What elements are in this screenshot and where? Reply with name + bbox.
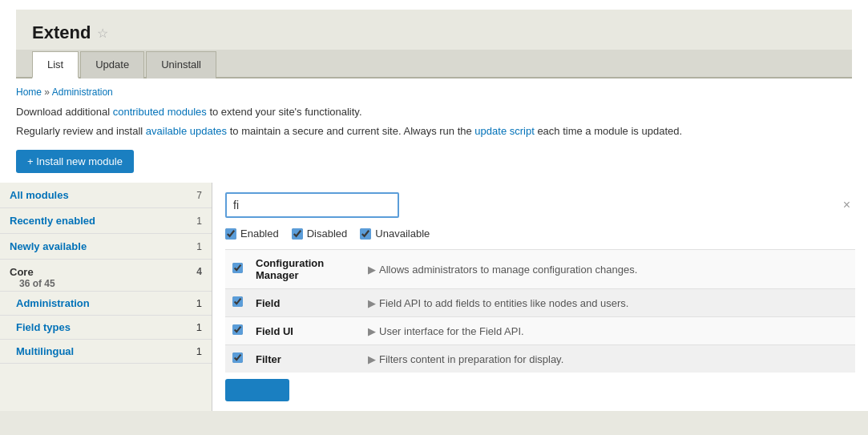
sidebar-all-modules-count: 7 xyxy=(196,190,202,201)
sidebar-core-header[interactable]: Core 36 of 45 4 xyxy=(0,260,212,292)
sidebar-administration-label[interactable]: Administration xyxy=(16,297,90,309)
module-checkbox[interactable] xyxy=(232,263,243,273)
sidebar-newly-available-count: 1 xyxy=(196,241,202,252)
sidebar-administration-count: 1 xyxy=(196,297,202,309)
breadcrumb-separator: » xyxy=(42,87,52,98)
contributed-modules-link[interactable]: contributed modules xyxy=(113,106,207,118)
module-checkbox[interactable] xyxy=(232,296,243,307)
page-title-bar: Extend ☆ xyxy=(16,10,852,50)
filter-disabled-label: Disabled xyxy=(307,228,348,240)
sidebar-core-sub: 36 of 45 xyxy=(10,278,55,289)
sidebar-core-count: 4 xyxy=(196,266,202,277)
filter-enabled[interactable]: Enabled xyxy=(225,228,279,240)
module-name: Configuration Manager xyxy=(249,250,361,289)
arrow-icon: ▶ xyxy=(368,264,376,276)
sidebar-item-newly-available[interactable]: Newly available 1 xyxy=(0,234,212,260)
sidebar-recently-enabled-count: 1 xyxy=(196,215,202,227)
description-line-1: Download additional contributed modules … xyxy=(16,104,852,120)
filter-row: Enabled Disabled Unavailable xyxy=(225,228,855,240)
module-description: ▶User interface for the Field API. xyxy=(361,317,855,345)
search-input-wrapper: × xyxy=(225,192,855,218)
update-script-link[interactable]: update script xyxy=(474,125,534,137)
arrow-icon: ▶ xyxy=(368,325,376,337)
tab-list[interactable]: List xyxy=(32,51,79,79)
filter-unavailable-checkbox[interactable] xyxy=(360,228,371,240)
table-row: Configuration Manager ▶Allows administra… xyxy=(225,250,855,289)
modules-table: Configuration Manager ▶Allows administra… xyxy=(225,249,855,373)
install-new-module-button[interactable]: + Install new module xyxy=(16,150,134,173)
desc2-prefix: Regularly review and install xyxy=(16,125,146,137)
module-checkbox[interactable] xyxy=(232,352,243,363)
description-line-2: Regularly review and install available u… xyxy=(16,123,852,139)
star-icon[interactable]: ☆ xyxy=(97,26,108,41)
filter-enabled-checkbox[interactable] xyxy=(225,228,236,240)
search-clear-button[interactable]: × xyxy=(843,199,850,211)
filter-unavailable-label: Unavailable xyxy=(375,228,430,240)
filter-disabled-checkbox[interactable] xyxy=(292,228,303,240)
top-content-area: Extend ☆ List Update Uninstall Home » Ad… xyxy=(0,0,868,183)
filter-disabled[interactable]: Disabled xyxy=(292,228,348,240)
sidebar-core-label: Core xyxy=(10,266,55,278)
sidebar-item-all-modules[interactable]: All modules 7 xyxy=(0,183,212,208)
desc2-suffix: each time a module is updated. xyxy=(535,125,682,137)
arrow-icon: ▶ xyxy=(368,353,376,365)
module-checkbox[interactable] xyxy=(232,324,243,335)
desc1-prefix: Download additional xyxy=(16,106,113,118)
module-checkbox-cell xyxy=(225,345,249,373)
module-name: Field UI xyxy=(249,317,361,345)
scroll-hint xyxy=(225,379,289,401)
sidebar-item-recently-enabled[interactable]: Recently enabled 1 xyxy=(0,208,212,234)
module-name: Filter xyxy=(249,345,361,373)
main-content: × Enabled Disabled Unavailable xyxy=(212,183,868,411)
module-description: ▶Filters content in preparation for disp… xyxy=(361,345,855,373)
table-row: Field UI ▶User interface for the Field A… xyxy=(225,317,855,345)
breadcrumb-home[interactable]: Home xyxy=(16,87,42,98)
page-wrapper: Extend ☆ List Update Uninstall Home » Ad… xyxy=(0,0,868,435)
search-bar-row: × xyxy=(225,192,855,218)
sidebar-item-field-types[interactable]: Field types 1 xyxy=(0,316,212,340)
table-row: Filter ▶Filters content in preparation f… xyxy=(225,345,855,373)
sidebar-newly-available-label[interactable]: Newly available xyxy=(10,240,87,252)
sidebar: All modules 7 Recently enabled 1 Newly a… xyxy=(0,183,212,411)
tab-update[interactable]: Update xyxy=(80,51,144,79)
module-checkbox-cell xyxy=(225,250,249,289)
module-description: ▶Field API to add fields to entities lik… xyxy=(361,289,855,317)
module-description: ▶Allows administrators to manage configu… xyxy=(361,250,855,289)
available-updates-link[interactable]: available updates xyxy=(146,125,227,137)
module-checkbox-cell xyxy=(225,289,249,317)
module-checkbox-cell xyxy=(225,317,249,345)
filter-unavailable[interactable]: Unavailable xyxy=(360,228,430,240)
breadcrumb-section[interactable]: Administration xyxy=(52,87,113,98)
arrow-icon: ▶ xyxy=(368,297,376,309)
sidebar-multilingual-label[interactable]: Multilingual xyxy=(16,345,74,357)
sidebar-all-modules-label[interactable]: All modules xyxy=(10,189,69,201)
sidebar-item-administration[interactable]: Administration 1 xyxy=(0,292,212,316)
tab-uninstall[interactable]: Uninstall xyxy=(146,51,216,79)
filter-enabled-label: Enabled xyxy=(240,228,279,240)
sidebar-core-group: Core 36 of 45 4 Administration 1 Field t… xyxy=(0,260,212,364)
page-title: Extend xyxy=(32,22,91,43)
sidebar-item-multilingual[interactable]: Multilingual 1 xyxy=(0,340,212,364)
sidebar-multilingual-count: 1 xyxy=(196,345,202,357)
main-layout: All modules 7 Recently enabled 1 Newly a… xyxy=(0,183,868,411)
desc1-suffix: to extend your site's functionality. xyxy=(207,106,362,118)
search-input[interactable] xyxy=(225,192,399,218)
sidebar-field-types-count: 1 xyxy=(196,321,202,333)
sidebar-recently-enabled-label[interactable]: Recently enabled xyxy=(10,215,95,227)
tabs-bar: List Update Uninstall xyxy=(16,50,852,79)
desc2-middle: to maintain a secure and current site. A… xyxy=(227,125,474,137)
module-name: Field xyxy=(249,289,361,317)
table-row: Field ▶Field API to add fields to entiti… xyxy=(225,289,855,317)
sidebar-field-types-label[interactable]: Field types xyxy=(16,321,71,333)
breadcrumb: Home » Administration xyxy=(16,87,852,98)
